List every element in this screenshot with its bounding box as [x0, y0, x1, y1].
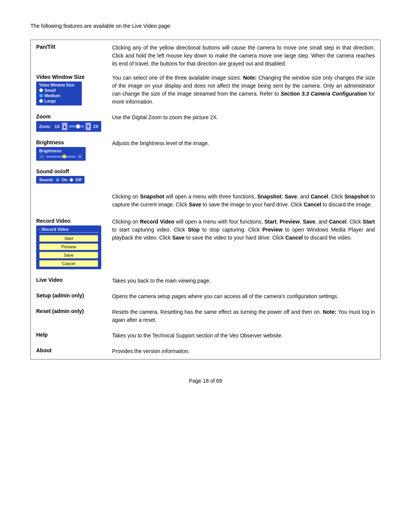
sound-widget: Sound: On Off	[36, 176, 84, 184]
zoom-widget-title: Zoom:	[39, 125, 51, 129]
record-save-btn[interactable]: Save	[39, 252, 98, 259]
option-small: Small	[39, 88, 79, 93]
zoom-track	[69, 125, 84, 128]
sound-desc	[107, 165, 380, 187]
brightness-thumb	[62, 155, 66, 158]
setup-row: Setup (admin only) Opens the camera setu…	[31, 289, 381, 304]
live-video-header: Live Video	[31, 273, 107, 289]
record-video-desc: Clicking on Record Video will open a men…	[107, 214, 380, 273]
brightness-desc: Adjusts the brightness level of the imag…	[107, 136, 380, 165]
reset-desc: Resets the camera. Resetting has the sam…	[107, 304, 380, 328]
sound-row: Sound on/off Sound: On Off	[31, 165, 381, 187]
zoom-header: Zoom Zoom: 1X ▲ ▼ 2X	[31, 110, 107, 136]
reset-header: Reset (admin only)	[31, 304, 107, 328]
widget-title-vws: Video Window Size:	[39, 83, 79, 87]
brightness-header: Brightness Brightness: − +	[31, 136, 107, 165]
video-window-size-desc: You can select one of the three availabl…	[107, 70, 380, 110]
zoom-2x-label: 2X	[93, 124, 98, 129]
record-start-btn[interactable]: Start	[39, 235, 98, 242]
help-desc: Takes you to the Technical Support secti…	[107, 328, 380, 343]
pan-tilt-desc: Clicking any of the yellow directional b…	[107, 40, 380, 70]
page-footer: Page 18 of 69	[30, 378, 381, 384]
snapshot-desc: Clicking on Snapshot will open a menu wi…	[107, 187, 380, 214]
features-table: Pan/Tilt Clicking any of the yellow dire…	[30, 40, 381, 359]
video-window-size-header: Video Window Size Video Window Size: Sma…	[31, 70, 107, 110]
label-large: Large	[45, 99, 56, 103]
zoom-up-btn[interactable]: ▲	[62, 123, 67, 130]
brightness-plus-btn[interactable]: +	[77, 154, 83, 159]
label-small: Small	[45, 88, 56, 93]
zoom-row: Zoom Zoom: 1X ▲ ▼ 2X Use	[31, 110, 381, 136]
zoom-widget: Zoom: 1X ▲ ▼ 2X	[36, 121, 101, 132]
video-window-size-row: Video Window Size Video Window Size: Sma…	[31, 70, 381, 110]
intro-text: The following features are available on …	[30, 23, 381, 29]
page-wrapper: The following features are available on …	[30, 23, 381, 384]
option-large: Large	[39, 99, 79, 103]
zoom-slider-area: ▲ ▼	[62, 123, 91, 130]
live-video-row: Live Video Takes you back to the main vi…	[31, 273, 381, 289]
help-header: Help	[31, 328, 107, 343]
record-title: - Record Video	[39, 227, 98, 233]
radio-small	[39, 88, 43, 92]
zoom-desc: Use the Digital Zoom to zoom the picture…	[107, 110, 380, 136]
record-cancel-btn[interactable]: Cancel	[39, 260, 98, 267]
sound-on-radio	[56, 178, 59, 182]
record-preview-btn[interactable]: Preview	[39, 243, 98, 250]
about-desc: Provides the version information.	[107, 343, 380, 359]
brightness-track	[46, 156, 76, 158]
pan-tilt-row: Pan/Tilt Clicking any of the yellow dire…	[31, 40, 381, 70]
help-row: Help Takes you to the Technical Support …	[31, 328, 381, 343]
sound-label: Sound:	[39, 177, 54, 182]
brightness-row: Brightness Brightness: − + Adjusts the b…	[31, 136, 381, 165]
record-video-row: Record Video - Record Video Start Previe…	[31, 214, 381, 273]
about-row: About Provides the version information.	[31, 343, 381, 359]
setup-desc: Opens the camera setup pages where you c…	[107, 289, 380, 304]
pan-tilt-header: Pan/Tilt	[31, 40, 107, 70]
record-video-widget: - Record Video Start Preview Save Cancel	[36, 225, 101, 269]
radio-large	[39, 99, 43, 103]
brightness-slider: − +	[39, 154, 83, 159]
snapshot-header-empty	[31, 187, 107, 214]
radio-medium	[39, 94, 43, 97]
label-medium: Medium	[45, 93, 61, 98]
snapshot-row: Clicking on Snapshot will open a menu wi…	[31, 187, 381, 214]
zoom-thumb	[76, 125, 80, 128]
sound-header: Sound on/off Sound: On Off	[31, 165, 107, 187]
reset-row: Reset (admin only) Resets the camera. Re…	[31, 304, 381, 328]
sound-off-label: Off	[75, 177, 81, 182]
about-header: About	[31, 343, 107, 359]
brightness-widget: Brightness: − +	[36, 147, 86, 161]
live-video-desc: Takes you back to the main viewing page.	[107, 273, 380, 289]
brightness-minus-btn[interactable]: −	[39, 154, 45, 159]
video-window-size-widget: Video Window Size: Small Medium Large	[36, 81, 82, 105]
sound-off-radio	[70, 178, 73, 182]
setup-header: Setup (admin only)	[31, 289, 107, 304]
sound-on-label: On	[62, 177, 67, 182]
option-medium: Medium	[39, 93, 79, 98]
brightness-widget-title: Brightness:	[39, 149, 83, 153]
page-number: Page 18 of 69	[189, 378, 222, 384]
record-video-header: Record Video - Record Video Start Previe…	[31, 214, 107, 273]
zoom-1x-label: 1X	[55, 124, 60, 129]
zoom-down-btn[interactable]: ▼	[86, 123, 91, 130]
